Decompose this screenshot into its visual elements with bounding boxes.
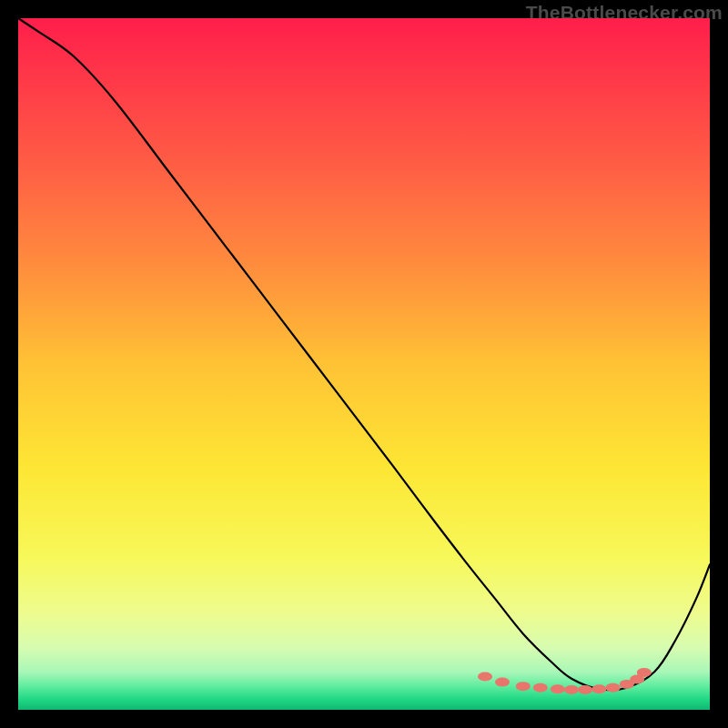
scatter-point (592, 684, 606, 693)
scatter-point (551, 684, 565, 693)
scatter-point (606, 683, 621, 693)
scatter-point (516, 682, 531, 691)
scatter-point (637, 668, 652, 677)
scatter-point (478, 672, 492, 682)
scatter-point (578, 685, 592, 694)
scatter-point (533, 683, 548, 693)
chart-frame: TheBottlenecker.com (0, 0, 728, 728)
scatter-point (495, 678, 510, 687)
scatter-point (564, 685, 579, 694)
chart-background (18, 18, 710, 710)
bottleneck-chart (18, 18, 710, 710)
